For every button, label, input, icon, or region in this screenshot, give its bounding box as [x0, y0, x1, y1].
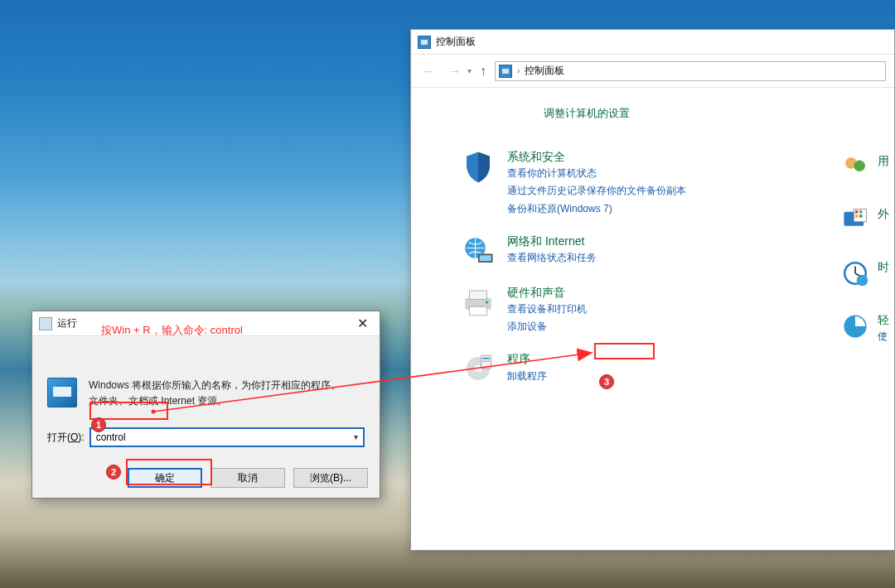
page-title: 调整计算机的设置 — [544, 106, 886, 121]
svg-point-13 — [854, 161, 865, 172]
svg-point-21 — [857, 275, 868, 287]
control-panel-titlebar[interactable]: 控制面板 — [411, 30, 894, 55]
annotation-step-1: 1 — [91, 417, 106, 432]
run-dialog-title: 运行 — [57, 316, 77, 330]
annotation-step-3: 3 — [599, 374, 614, 389]
address-bar[interactable]: › 控制面板 — [495, 61, 886, 81]
close-icon[interactable]: ✕ — [352, 316, 373, 331]
svg-rect-5 — [470, 306, 487, 316]
svg-rect-10 — [482, 358, 490, 359]
category-title[interactable]: 网络和 Internet — [507, 234, 597, 248]
globe-icon — [461, 234, 496, 268]
category-title[interactable]: 硬件和声音 — [507, 285, 587, 300]
category-network: 网络和 Internet 查看网络状态和任务 — [461, 234, 886, 268]
category-link[interactable]: 通过文件历史记录保存你的文件备份副本 — [507, 183, 686, 199]
svg-rect-18 — [855, 214, 858, 217]
nav-back-icon[interactable]: ← — [419, 62, 438, 80]
category-title[interactable]: 用 — [878, 153, 889, 168]
svg-rect-4 — [470, 291, 487, 300]
nav-forward-icon[interactable]: → — [446, 62, 464, 80]
printer-icon — [461, 285, 496, 320]
category-link[interactable]: 查看你的计算机状态 — [507, 166, 686, 181]
nav-up-icon[interactable]: ↑ — [480, 64, 486, 79]
category-programs: 程序 卸载程序 — [461, 351, 886, 386]
control-panel-navbar: ← → ▾ ↑ › 控制面板 — [411, 55, 894, 88]
clock-icon — [841, 259, 869, 287]
run-open-label: 打开(O): — [47, 431, 85, 445]
run-dialog-program-icon — [47, 378, 77, 407]
category-link[interactable]: 备份和还原(Windows 7) — [507, 201, 686, 217]
control-panel-body: 调整计算机的设置 系统和安全 查看你的计算机状态 通过文件历史记录保存你的文件备… — [411, 88, 894, 550]
category-title[interactable]: 程序 — [507, 351, 547, 366]
svg-point-6 — [486, 301, 489, 304]
category-title[interactable]: 外 — [878, 206, 889, 221]
svg-rect-2 — [480, 255, 491, 261]
control-panel-right-column: 用 外 时 轻 使 — [841, 153, 889, 345]
run-dialog: 运行 ✕ 按Win + R，输入命令: control Windows 将根据你… — [31, 311, 380, 499]
svg-rect-17 — [859, 210, 862, 213]
category-link[interactable]: 查看网络状态和任务 — [507, 250, 597, 266]
svg-rect-16 — [855, 210, 858, 213]
run-dialog-description: Windows 将根据你所输入的名称，为你打开相应的程序、文件夹、文档或 Int… — [89, 378, 346, 409]
category-link[interactable]: 查看设备和打印机 — [507, 301, 587, 317]
category-title[interactable]: 时 — [878, 259, 889, 274]
category-system-security: 系统和安全 查看你的计算机状态 通过文件历史记录保存你的文件备份副本 备份和还原… — [461, 149, 886, 217]
ease-of-access-icon — [841, 312, 869, 340]
run-open-input[interactable] — [91, 429, 363, 446]
breadcrumb[interactable]: 控制面板 — [525, 64, 564, 78]
ok-button[interactable]: 确定 — [128, 468, 202, 488]
run-dialog-button-row: 确定 取消 浏览(B)... — [32, 458, 380, 498]
address-bar-chevron-icon: › — [517, 66, 520, 75]
uninstall-program-link[interactable]: 卸载程序 — [507, 369, 547, 384]
run-icon — [39, 317, 52, 330]
category-link[interactable]: 添加设备 — [507, 319, 587, 335]
category-title[interactable]: 系统和安全 — [507, 149, 686, 164]
programs-icon — [461, 351, 496, 386]
category-hardware-sound: 硬件和声音 查看设备和打印机 添加设备 — [461, 285, 886, 335]
category-list: 系统和安全 查看你的计算机状态 通过文件历史记录保存你的文件备份副本 备份和还原… — [461, 149, 886, 386]
category-link[interactable]: 使 — [878, 329, 889, 345]
nav-history-chevron-icon[interactable]: ▾ — [467, 66, 472, 75]
shield-icon — [461, 149, 496, 184]
category-title[interactable]: 轻 — [878, 312, 889, 327]
address-bar-icon — [499, 65, 512, 78]
annotation-step-2: 2 — [106, 465, 121, 480]
appearance-icon — [841, 206, 869, 234]
users-icon — [841, 153, 869, 181]
run-open-combobox[interactable]: ▾ — [90, 427, 365, 447]
svg-rect-11 — [482, 361, 490, 363]
control-panel-window: 控制面板 ← → ▾ ↑ › 控制面板 调整计算机的设置 系统和安全 查看你的计… — [410, 29, 895, 551]
svg-rect-19 — [859, 214, 862, 217]
cancel-button[interactable]: 取消 — [210, 468, 285, 488]
control-panel-title: 控制面板 — [436, 35, 476, 49]
control-panel-icon — [418, 36, 431, 49]
browse-button[interactable]: 浏览(B)... — [293, 468, 368, 488]
annotation-hint-text: 按Win + R，输入命令: control — [101, 323, 243, 338]
